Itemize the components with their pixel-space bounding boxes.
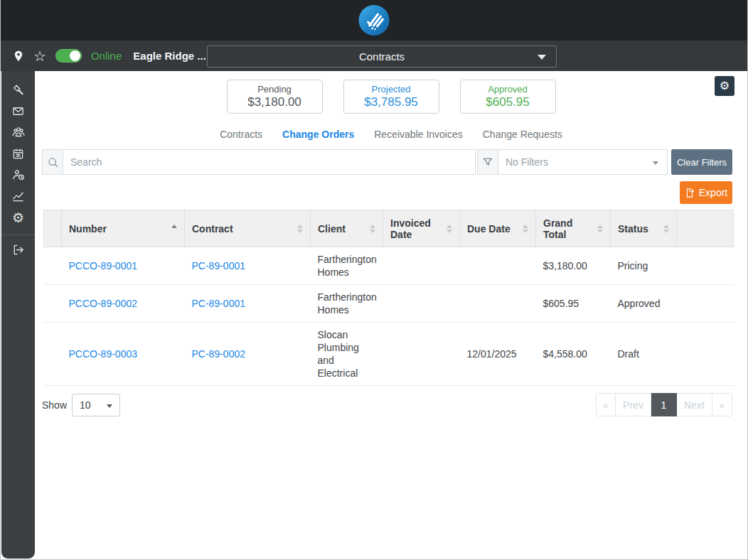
column-header-select (44, 210, 62, 247)
page-size-dropdown[interactable]: 10 (72, 394, 120, 416)
page-size-group: Show 10 (42, 394, 120, 416)
sort-icon[interactable] (297, 225, 303, 233)
pending-card[interactable]: Pending $3,180.00 (227, 80, 323, 114)
sidebar-item-schedule[interactable] (1, 143, 35, 164)
projected-card[interactable]: Projected $3,785.95 (343, 80, 439, 114)
show-label: Show (42, 399, 67, 411)
funnel-icon (477, 149, 498, 175)
logout-icon (11, 243, 25, 257)
sidebar-item-time-tracker[interactable] (1, 164, 35, 185)
change-order-number-link[interactable]: PCCO-89-0002 (69, 298, 138, 309)
line-chart-icon (11, 190, 25, 203)
chevron-down-icon (107, 404, 112, 408)
status-cell: Pricing (611, 247, 677, 285)
column-header-status[interactable]: Status (611, 210, 677, 247)
contract-link[interactable]: PC-89-0001 (192, 260, 246, 271)
approved-card[interactable]: Approved $605.95 (460, 80, 556, 114)
change-orders-table: Number Contract Client Invoiced Date (43, 210, 734, 386)
knowify-logo (359, 5, 390, 36)
last-page-button[interactable]: » (712, 393, 732, 416)
chevron-down-icon (653, 161, 658, 165)
sidebar-item-admin[interactable]: ⚙ (1, 207, 35, 228)
card-value: $3,785.95 (364, 95, 418, 109)
grand-total-cell: $3,180.00 (536, 247, 611, 285)
card-label: Pending (257, 84, 292, 95)
knowify-logo-icon[interactable] (359, 5, 390, 36)
map-pin-icon[interactable] (13, 50, 24, 63)
table-row: PCCO-89-0003 PC-89-0002 Slocan Plumbing … (44, 323, 734, 386)
online-toggle[interactable] (55, 49, 82, 63)
contract-link[interactable]: PC-89-0002 (192, 348, 246, 360)
gear-icon: ⚙ (12, 211, 24, 225)
tab-receivable-invoices[interactable]: Receivable Invoices (374, 129, 463, 140)
sidebar-divider (1, 235, 35, 235)
tab-change-orders[interactable]: Change Orders (282, 129, 354, 140)
column-header-due-date[interactable]: Due Date (460, 210, 536, 247)
search-input[interactable] (63, 149, 476, 175)
gear-icon: ⚙ (720, 80, 730, 92)
sort-icon[interactable] (523, 225, 528, 233)
toggle-knob (70, 50, 80, 61)
hammer-icon (11, 83, 25, 97)
next-page-button[interactable]: Next (677, 393, 712, 416)
column-header-contract[interactable]: Contract (185, 210, 311, 247)
due-date-cell (460, 247, 536, 285)
table-header-row: Number Contract Client Invoiced Date (44, 210, 734, 247)
due-date-cell (460, 285, 536, 323)
column-header-number[interactable]: Number (62, 210, 185, 247)
sort-icon[interactable] (663, 225, 669, 233)
client-cell: Fartherington Homes (311, 247, 383, 285)
export-icon (685, 188, 695, 198)
summary-cards: Pending $3,180.00 Projected $3,785.95 Ap… (35, 71, 747, 114)
sidebar-item-messages[interactable] (1, 100, 35, 122)
star-icon[interactable]: ☆ (33, 49, 46, 63)
first-page-button[interactable]: « (596, 393, 616, 416)
sidebar-item-crew[interactable] (1, 122, 35, 143)
table-row: PCCO-89-0001 PC-89-0001 Fartherington Ho… (44, 247, 734, 285)
nav-bar: ☆ Online Eagle Ridge ... Contracts (1, 41, 747, 71)
tab-change-requests[interactable]: Change Requests (483, 129, 562, 140)
sort-icon[interactable] (447, 225, 452, 233)
invoiced-date-cell (383, 285, 460, 323)
card-label: Projected (372, 84, 411, 95)
filter-group: No Filters (477, 149, 668, 175)
client-cell: Slocan Plumbing and Electrical (311, 323, 383, 386)
online-status-label: Online (91, 50, 122, 62)
page-settings-button[interactable]: ⚙ (715, 76, 734, 96)
change-order-number-link[interactable]: PCCO-89-0003 (69, 348, 138, 360)
invoiced-date-cell (383, 247, 460, 285)
sidebar-item-reports[interactable] (1, 185, 35, 207)
sort-icon[interactable] (597, 225, 603, 233)
filters-dropdown[interactable]: No Filters (498, 149, 668, 175)
due-date-cell: 12/01/2025 (460, 323, 536, 386)
sidebar-item-logout[interactable] (1, 239, 35, 260)
sidebar: ⚙ (1, 71, 35, 559)
current-page-button[interactable]: 1 (651, 393, 677, 416)
sidebar-item-jobs[interactable] (1, 79, 35, 100)
prev-page-button[interactable]: Prev (616, 393, 651, 416)
contract-link[interactable]: PC-89-0001 (192, 298, 246, 309)
card-label: Approved (488, 84, 528, 95)
column-header-client[interactable]: Client (311, 210, 383, 247)
search-icon (42, 149, 63, 175)
tab-contracts[interactable]: Contracts (220, 129, 262, 140)
grand-total-cell: $605.95 (536, 285, 611, 323)
table-footer: Show 10 « Prev 1 Next » (35, 393, 747, 416)
column-header-grand-total[interactable]: Grand Total (536, 210, 611, 247)
module-dropdown[interactable]: Contracts (207, 45, 557, 68)
client-cell: Fartherington Homes (311, 285, 383, 323)
calendar-icon (11, 147, 25, 161)
card-value: $3,180.00 (247, 95, 301, 109)
account-name[interactable]: Eagle Ridge ... (133, 50, 206, 62)
user-clock-icon (11, 168, 26, 182)
sort-icon[interactable] (370, 225, 375, 233)
app-window: ☆ Online Eagle Ridge ... Contracts (0, 0, 748, 560)
column-header-invoiced-date[interactable]: Invoiced Date (383, 210, 460, 247)
invoiced-date-cell (383, 323, 460, 386)
export-button[interactable]: Export (680, 181, 732, 204)
change-order-number-link[interactable]: PCCO-89-0001 (69, 260, 138, 271)
envelope-icon (11, 104, 25, 118)
grand-total-cell: $4,558.00 (536, 323, 611, 386)
clear-filters-button[interactable]: Clear Filters (671, 149, 732, 175)
sort-asc-icon[interactable] (171, 225, 177, 233)
